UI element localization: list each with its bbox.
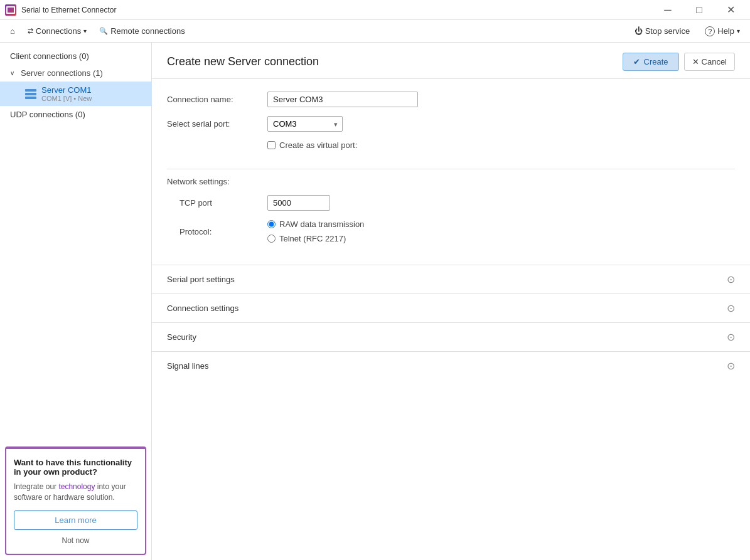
menubar-right: ⏻ Stop service ? Help ▾ [629, 24, 745, 39]
serial-port-settings-section[interactable]: Serial port settings ⊙ [152, 265, 750, 293]
app-icon [5, 4, 16, 16]
server-com1-name: Server COM1 [41, 85, 92, 95]
connection-settings-chevron: ⊙ [727, 302, 735, 314]
serial-port-label: Select serial port: [167, 119, 267, 129]
raw-radio-row: RAW data transmission [267, 219, 364, 229]
connection-settings-label: Connection settings [167, 304, 238, 313]
network-divider [167, 169, 735, 169]
security-label: Security [167, 332, 196, 342]
tcp-port-input[interactable] [267, 195, 330, 211]
learn-more-button[interactable]: Learn more [14, 510, 137, 530]
remote-connections-label: Remote connections [110, 26, 185, 36]
create-label: Create [644, 57, 668, 66]
cancel-button[interactable]: ✕ Cancel [684, 53, 735, 71]
remote-connections-menu[interactable]: 🔍 Remote connections [94, 24, 190, 38]
cancel-label: Cancel [702, 57, 727, 66]
cancel-x-icon: ✕ [692, 57, 699, 66]
home-button[interactable]: ⌂ [5, 24, 20, 38]
serial-port-row: Select serial port: COM3 COM1 COM2 COM4 [167, 116, 735, 132]
connection-name-label: Connection name: [167, 95, 267, 104]
tcp-port-label: TCP port [167, 198, 267, 208]
tcp-port-row: TCP port [167, 195, 735, 211]
help-menu[interactable]: ? Help ▾ [700, 24, 745, 39]
connections-menu[interactable]: ⇄ Connections ▾ [23, 24, 92, 38]
signal-lines-header[interactable]: Signal lines ⊙ [152, 352, 750, 380]
telnet-radio-label: Telnet (RFC 2217) [279, 234, 346, 243]
serial-port-settings-chevron: ⊙ [727, 273, 735, 285]
serial-port-select[interactable]: COM3 COM1 COM2 COM4 [267, 116, 343, 132]
serial-port-select-wrapper: COM3 COM1 COM2 COM4 [267, 116, 343, 132]
create-button[interactable]: ✔ Create [623, 53, 679, 71]
security-chevron: ⊙ [727, 331, 735, 343]
udp-connections-label: UDP connections (0) [10, 110, 85, 119]
sidebar-nav: Client connections (0) ∨ Server connecti… [0, 43, 151, 441]
virtual-port-checkbox[interactable] [267, 141, 276, 149]
connection-settings-header[interactable]: Connection settings ⊙ [152, 294, 750, 322]
virtual-port-row: Create as virtual port: [267, 140, 735, 159]
protocol-label: Protocol: [167, 227, 267, 236]
serial-port-settings-label: Serial port settings [167, 275, 235, 284]
security-header[interactable]: Security ⊙ [152, 323, 750, 351]
connection-name-input[interactable] [267, 92, 418, 107]
close-button[interactable]: ✕ [716, 0, 745, 20]
signal-lines-section[interactable]: Signal lines ⊙ [152, 351, 750, 380]
connection-name-row: Connection name: [167, 92, 735, 107]
promo-title: Want to have this functionality in your … [14, 458, 137, 477]
network-settings-label: Network settings: [167, 177, 735, 186]
virtual-port-label: Create as virtual port: [279, 140, 357, 150]
serial-port-settings-header[interactable]: Serial port settings ⊙ [152, 265, 750, 293]
connections-icon: ⇄ [28, 27, 33, 35]
client-connections-label: Client connections (0) [10, 51, 89, 61]
raw-radio[interactable] [267, 220, 276, 228]
telnet-radio[interactable] [267, 235, 276, 243]
virtual-port-checkbox-row: Create as virtual port: [267, 140, 357, 150]
main-header: Create new Server connection ✔ Create ✕ … [152, 43, 750, 79]
server-connections-label: Server connections (1) [21, 68, 103, 78]
connections-chevron: ▾ [83, 28, 87, 34]
promo-body: Integrate our technology into your softw… [14, 482, 137, 503]
maximize-button[interactable]: □ [685, 0, 714, 20]
home-icon: ⌂ [10, 26, 15, 36]
create-check-icon: ✔ [633, 57, 640, 66]
app-body: Client connections (0) ∨ Server connecti… [0, 43, 750, 560]
server-icon [25, 89, 36, 99]
server-com1-sub: COM1 [V] • New [41, 95, 92, 102]
connection-settings-section[interactable]: Connection settings ⊙ [152, 293, 750, 322]
help-chevron: ▾ [737, 28, 740, 34]
sidebar-item-client-connections[interactable]: Client connections (0) [0, 48, 151, 65]
protocol-control: RAW data transmission Telnet (RFC 2217) [267, 219, 364, 243]
form-section: Connection name: Select serial port: COM… [152, 79, 750, 265]
server-chevron: ∨ [10, 70, 14, 77]
main-content: Create new Server connection ✔ Create ✕ … [152, 43, 750, 560]
signal-lines-chevron: ⊙ [727, 360, 735, 372]
main-actions: ✔ Create ✕ Cancel [623, 53, 736, 71]
connections-label: Connections [36, 26, 81, 36]
sidebar: Client connections (0) ∨ Server connecti… [0, 43, 152, 560]
sidebar-item-server-connections[interactable]: ∨ Server connections (1) [0, 65, 151, 82]
stop-service-button[interactable]: ⏻ Stop service [629, 24, 695, 38]
sidebar-item-server-com1[interactable]: Server COM1 COM1 [V] • New [0, 82, 151, 106]
titlebar-left: Serial to Ethernet Connector [5, 4, 116, 16]
minimize-button[interactable]: ─ [653, 0, 682, 20]
stop-service-label: Stop service [645, 26, 690, 36]
remote-icon: 🔍 [99, 27, 108, 35]
stop-service-icon: ⏻ [635, 26, 643, 36]
server-com1-labels: Server COM1 COM1 [V] • New [41, 85, 92, 102]
sidebar-item-udp-connections[interactable]: UDP connections (0) [0, 106, 151, 123]
help-icon: ? [705, 26, 715, 36]
raw-radio-label: RAW data transmission [279, 219, 364, 229]
telnet-radio-row: Telnet (RFC 2217) [267, 234, 364, 243]
menubar: ⌂ ⇄ Connections ▾ 🔍 Remote connections ⏻… [0, 20, 750, 43]
signal-lines-label: Signal lines [167, 361, 209, 371]
help-label: Help [717, 26, 734, 36]
not-now-button[interactable]: Not now [14, 534, 137, 547]
tcp-port-control [267, 195, 330, 211]
promo-highlight: technology [58, 482, 95, 491]
titlebar: Serial to Ethernet Connector ─ □ ✕ [0, 0, 750, 20]
connection-name-control [267, 92, 418, 107]
promo-box: Want to have this functionality in your … [5, 446, 146, 555]
security-section[interactable]: Security ⊙ [152, 322, 750, 351]
titlebar-controls: ─ □ ✕ [653, 0, 745, 20]
serial-port-control: COM3 COM1 COM2 COM4 [267, 116, 343, 132]
protocol-row: Protocol: RAW data transmission Telnet (… [167, 219, 735, 243]
